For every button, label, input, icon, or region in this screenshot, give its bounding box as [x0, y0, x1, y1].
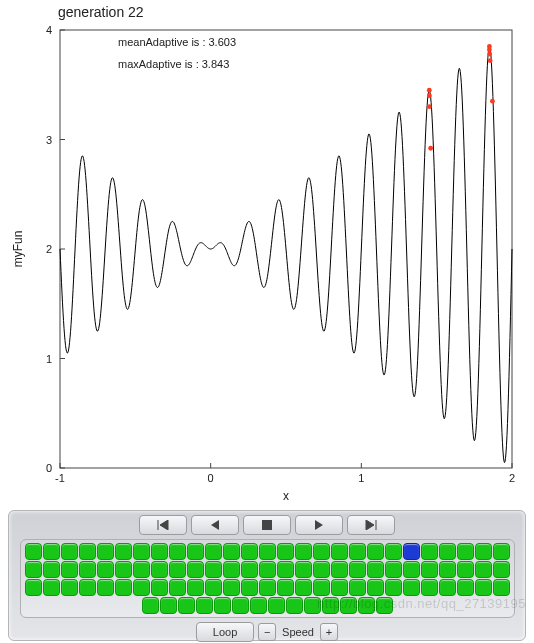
frame-cell[interactable]	[259, 543, 276, 560]
first-button[interactable]	[139, 515, 187, 535]
frame-cell[interactable]	[241, 543, 258, 560]
frame-cell[interactable]	[259, 579, 276, 596]
frame-cell[interactable]	[169, 579, 186, 596]
frame-cell[interactable]	[277, 543, 294, 560]
frame-cell[interactable]	[331, 561, 348, 578]
frame-cell[interactable]	[133, 579, 150, 596]
frame-cell[interactable]	[61, 561, 78, 578]
frame-cell[interactable]	[25, 561, 42, 578]
frame-cell[interactable]	[475, 561, 492, 578]
frame-cell[interactable]	[223, 579, 240, 596]
frame-cell[interactable]	[403, 543, 420, 560]
frame-cell[interactable]	[403, 561, 420, 578]
frame-cell[interactable]	[349, 543, 366, 560]
frame-cell[interactable]	[475, 543, 492, 560]
frame-cell[interactable]	[97, 579, 114, 596]
frame-cell[interactable]	[259, 561, 276, 578]
frame-cell[interactable]	[313, 579, 330, 596]
frame-cell[interactable]	[241, 579, 258, 596]
frame-cell[interactable]	[295, 579, 312, 596]
svg-point-24	[428, 146, 433, 151]
frame-cell[interactable]	[277, 561, 294, 578]
frame-cell[interactable]	[115, 561, 132, 578]
frame-cell[interactable]	[79, 561, 96, 578]
frame-cell[interactable]	[241, 561, 258, 578]
frame-cell[interactable]	[349, 579, 366, 596]
frame-cell[interactable]	[367, 579, 384, 596]
frame-cell[interactable]	[187, 579, 204, 596]
frame-cell[interactable]	[133, 561, 150, 578]
prev-button[interactable]	[191, 515, 239, 535]
frame-cell[interactable]	[385, 543, 402, 560]
frame-cell[interactable]	[439, 579, 456, 596]
frame-cell[interactable]	[313, 543, 330, 560]
frame-cell[interactable]	[151, 543, 168, 560]
frame-cell[interactable]	[25, 579, 42, 596]
frame-cell[interactable]	[331, 579, 348, 596]
frame-cell[interactable]	[439, 561, 456, 578]
speed-plus-button[interactable]: +	[320, 623, 338, 641]
frame-cell[interactable]	[439, 543, 456, 560]
frame-cell[interactable]	[493, 579, 510, 596]
speed-minus-button[interactable]: −	[258, 623, 276, 641]
frame-cell[interactable]	[349, 561, 366, 578]
frame-cell[interactable]	[475, 579, 492, 596]
frame-cell[interactable]	[169, 543, 186, 560]
frame-cell[interactable]	[421, 561, 438, 578]
frame-cell[interactable]	[223, 561, 240, 578]
frame-cell[interactable]	[385, 561, 402, 578]
frame-cell[interactable]	[367, 543, 384, 560]
frame-cell[interactable]	[250, 597, 267, 614]
frame-cell[interactable]	[178, 597, 195, 614]
frame-cell[interactable]	[142, 597, 159, 614]
frame-cell[interactable]	[313, 561, 330, 578]
frame-cell[interactable]	[187, 543, 204, 560]
frame-cell[interactable]	[196, 597, 213, 614]
frame-cell[interactable]	[115, 579, 132, 596]
frame-cell[interactable]	[457, 543, 474, 560]
frame-cell[interactable]	[286, 597, 303, 614]
frame-cell[interactable]	[61, 543, 78, 560]
frame-cell[interactable]	[385, 579, 402, 596]
frame-cell[interactable]	[133, 543, 150, 560]
frame-cell[interactable]	[169, 561, 186, 578]
frame-cell[interactable]	[115, 543, 132, 560]
frame-cell[interactable]	[151, 561, 168, 578]
frame-cell[interactable]	[79, 543, 96, 560]
frame-grid-row	[25, 579, 510, 596]
frame-cell[interactable]	[97, 561, 114, 578]
frame-cell[interactable]	[295, 543, 312, 560]
frame-cell[interactable]	[151, 579, 168, 596]
frame-cell[interactable]	[79, 579, 96, 596]
frame-cell[interactable]	[160, 597, 177, 614]
frame-cell[interactable]	[187, 561, 204, 578]
frame-cell[interactable]	[493, 561, 510, 578]
frame-cell[interactable]	[277, 579, 294, 596]
frame-cell[interactable]	[403, 579, 420, 596]
frame-cell[interactable]	[43, 543, 60, 560]
frame-cell[interactable]	[43, 579, 60, 596]
frame-cell[interactable]	[295, 561, 312, 578]
frame-cell[interactable]	[457, 579, 474, 596]
frame-cell[interactable]	[61, 579, 78, 596]
frame-cell[interactable]	[457, 561, 474, 578]
frame-cell[interactable]	[214, 597, 231, 614]
frame-cell[interactable]	[205, 561, 222, 578]
frame-cell[interactable]	[205, 543, 222, 560]
frame-cell[interactable]	[421, 579, 438, 596]
stop-button[interactable]	[243, 515, 291, 535]
next-button[interactable]	[295, 515, 343, 535]
frame-cell[interactable]	[367, 561, 384, 578]
frame-cell[interactable]	[223, 543, 240, 560]
frame-cell[interactable]	[232, 597, 249, 614]
frame-cell[interactable]	[205, 579, 222, 596]
frame-cell[interactable]	[421, 543, 438, 560]
frame-cell[interactable]	[25, 543, 42, 560]
frame-cell[interactable]	[43, 561, 60, 578]
frame-cell[interactable]	[331, 543, 348, 560]
frame-cell[interactable]	[268, 597, 285, 614]
frame-cell[interactable]	[97, 543, 114, 560]
last-button[interactable]	[347, 515, 395, 535]
frame-cell[interactable]	[493, 543, 510, 560]
loop-button[interactable]: Loop	[196, 622, 254, 642]
